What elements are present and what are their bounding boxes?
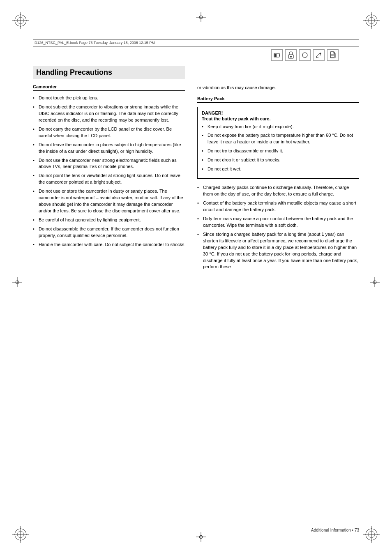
list-item: Charged battery packs continue to discha… <box>197 184 359 198</box>
content-area: Handling Precautions Camcorder Do not to… <box>33 66 359 514</box>
svg-rect-29 <box>279 55 280 56</box>
danger-title: DANGER! <box>202 111 355 115</box>
two-col-layout: Camcorder Do not touch the pick up lens.… <box>33 84 359 273</box>
camcorder-column: Camcorder Do not touch the pick up lens.… <box>33 84 185 273</box>
svg-point-33 <box>302 53 307 58</box>
list-item: Do not get it wet. <box>202 166 355 173</box>
crosshair-left <box>12 277 22 288</box>
battery-list: Charged battery packs continue to discha… <box>197 184 359 270</box>
list-item: Dirty terminals may cause a poor contact… <box>197 216 359 229</box>
crosshair-right <box>370 277 380 288</box>
list-item: Do not drop it or subject it to shocks. <box>202 157 355 164</box>
battery-column: or vibration as this may cause damage. B… <box>197 84 359 273</box>
list-item: Do not use or store the camcorder in dus… <box>33 188 185 214</box>
danger-list: Keep it away from fire (or it might expl… <box>202 124 355 173</box>
svg-point-32 <box>290 56 292 58</box>
corner-mark-tr <box>363 12 380 29</box>
footer: Additional Information • 73 <box>33 528 359 532</box>
svg-rect-30 <box>274 54 277 57</box>
list-item: Contact of the battery pack terminals wi… <box>197 200 359 213</box>
header-bar-text: D126_NTSC_PAL_E.book Page 73 Tuesday, Ja… <box>33 41 157 45</box>
camcorder-heading: Camcorder <box>33 84 185 91</box>
continuation-text: or vibration as this may cause damage. <box>197 84 359 91</box>
corner-mark-br <box>363 526 380 543</box>
icon-row <box>271 49 339 61</box>
icon-pencil <box>313 49 325 61</box>
icon-circle <box>299 49 311 61</box>
list-item: Be careful of heat generated by lighting… <box>33 217 185 223</box>
danger-box: DANGER! Treat the battery pack with care… <box>197 107 359 179</box>
danger-subtitle: Treat the battery pack with care. <box>202 116 355 121</box>
battery-heading: Battery Pack <box>197 96 359 103</box>
icon-battery <box>271 49 283 61</box>
header-bar: D126_NTSC_PAL_E.book Page 73 Tuesday, Ja… <box>33 39 359 46</box>
list-item: Do not disassemble the camcorder. If the… <box>33 226 185 239</box>
list-item: Keep it away from fire (or it might expl… <box>202 124 355 130</box>
icon-lock <box>285 49 297 61</box>
crosshair-top <box>196 12 206 23</box>
list-item: Handle the camcorder with care. Do not s… <box>33 242 185 248</box>
list-item: Do not expose the battery pack to temper… <box>202 132 355 145</box>
list-item: Do not touch the pick up lens. <box>33 95 185 101</box>
list-item: Do not leave the camcorder in places sub… <box>33 142 185 155</box>
footer-text: Additional Information • 73 <box>311 528 359 532</box>
camcorder-list: Do not touch the pick up lens. Do not su… <box>33 95 185 248</box>
page-container: D126_NTSC_PAL_E.book Page 73 Tuesday, Ja… <box>0 0 392 555</box>
list-item: Do not try to disassemble or modify it. <box>202 148 355 154</box>
crosshair-bottom <box>196 532 206 543</box>
page-title: Handling Precautions <box>33 66 185 79</box>
list-item: Do not point the lens or viewfinder at s… <box>33 173 185 186</box>
list-item: Do not subject the camcorder to vibratio… <box>33 104 185 124</box>
corner-mark-bl <box>12 526 29 543</box>
corner-mark-tl <box>12 12 29 29</box>
list-item: Since storing a charged battery pack for… <box>197 231 359 271</box>
list-item: Do not carry the camcorder by the LCD pa… <box>33 126 185 139</box>
icon-document <box>327 49 339 61</box>
list-item: Do not use the camcorder near strong ele… <box>33 157 185 170</box>
